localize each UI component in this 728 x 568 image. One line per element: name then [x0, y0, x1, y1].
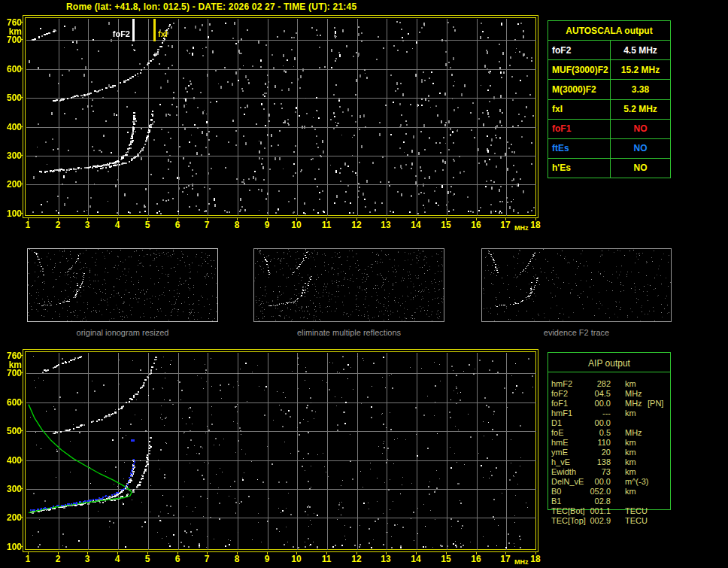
y-tick-label: 300 — [0, 484, 22, 494]
aip-param-label: foE — [551, 428, 564, 438]
x-axis-tick — [58, 218, 59, 220]
autoscala-param-value: NO — [611, 163, 670, 173]
aip-param-label: D1 — [551, 418, 562, 428]
y-tick-label: 100 — [0, 542, 22, 552]
bottom-ionogram-plot — [23, 349, 538, 552]
x-tick-label: 16 — [465, 554, 487, 564]
aip-param-value: 20 — [576, 448, 611, 457]
x-tick-label: 3 — [76, 554, 99, 564]
x-tick-label: 17 — [494, 220, 517, 230]
x-axis-tick — [505, 218, 506, 220]
y-axis-tick — [20, 155, 23, 156]
y-axis-tick — [20, 430, 23, 431]
x-axis-tick — [267, 218, 268, 220]
x-axis-tick — [237, 552, 238, 554]
x-axis-tick — [87, 218, 88, 220]
x-tick-label: 7 — [196, 220, 218, 230]
autoscala-row-fof2: foF24.5 MHz — [548, 41, 670, 60]
x-tick-label: 6 — [166, 220, 189, 230]
y-axis-tick — [20, 402, 23, 402]
aip-table-header: AIP output — [548, 358, 671, 369]
x-tick-label: 3 — [76, 220, 99, 230]
x-tick-label: 14 — [405, 554, 427, 564]
y-tick-label: 500 — [0, 93, 22, 103]
y-axis-tick — [20, 488, 23, 489]
autoscala-param-label: foF2 — [548, 41, 611, 59]
panel-evidence-f2 — [481, 248, 672, 322]
aip-param-unit: TECU — [625, 516, 648, 526]
autoscala-param-label: fxI — [548, 100, 611, 119]
x-axis-tick — [177, 552, 178, 554]
x-tick-label: 11 — [315, 220, 338, 230]
aip-param-label: ymE — [551, 448, 568, 457]
autoscala-param-value: NO — [611, 123, 670, 134]
panel-caption-evidence: evidence F2 trace — [481, 328, 672, 337]
x-axis-tick — [117, 552, 118, 554]
aip-row-b0: B0052.0km — [548, 487, 671, 497]
x-tick-label: 12 — [345, 554, 368, 564]
x-tick-label: 8 — [226, 554, 248, 564]
x-tick-label: 13 — [375, 554, 397, 564]
aip-param-value: 0.5 — [576, 428, 611, 438]
x-axis-tick — [207, 218, 208, 220]
x-axis-tick — [28, 218, 29, 220]
x-tick-label: 7 — [196, 554, 218, 564]
foF2-marker-label: foF2 — [110, 29, 130, 38]
x-axis-tick — [476, 552, 477, 554]
panel-evidence-canvas — [482, 249, 671, 321]
aip-row-delnve: DelN_vE00.0m^(-3) — [548, 477, 671, 487]
x-tick-label: 10 — [285, 220, 308, 230]
x-axis-tick — [416, 552, 417, 554]
aip-row-ewidth: Ewidth73km — [548, 467, 671, 477]
aip-param-unit: km — [625, 457, 636, 467]
x-axis-tick — [28, 552, 29, 554]
aip-param-value: --- — [576, 409, 611, 418]
panel-eliminate-canvas — [254, 249, 444, 321]
x-axis-tick — [326, 552, 327, 554]
aip-param-unit: km — [625, 379, 636, 389]
x-axis-tick — [356, 218, 357, 220]
aip-param-unit: MHz — [625, 389, 642, 399]
aip-row-yme: ymE20km — [548, 448, 671, 457]
aip-row-hme: hmE110km — [548, 438, 671, 448]
x-axis-tick — [237, 218, 238, 220]
aip-param-label: B0 — [551, 487, 561, 497]
y-axis-tick — [20, 22, 23, 23]
aip-param-unit: m^(-3) — [625, 477, 648, 487]
y-tick-label: 400 — [0, 455, 22, 466]
aip-param-label: hmF1 — [551, 409, 572, 418]
x-axis-tick — [505, 552, 506, 554]
aip-param-label: foF1 — [551, 399, 568, 409]
aip-row-hmf2: hmF2282km — [548, 379, 671, 389]
y-axis-tick — [20, 372, 23, 373]
aip-param-value: 001.1 — [576, 506, 611, 516]
y-axis-tick — [20, 213, 23, 214]
aip-row-tectop: TEC[Top]002.9TECU — [548, 516, 671, 526]
panel-caption-eliminate: eliminate multiple reflections — [253, 328, 444, 337]
aip-row-fof2: foF204.5MHz — [548, 389, 671, 399]
aip-row-hve: h_vE138km — [548, 457, 671, 467]
x-axis-tick — [326, 218, 327, 220]
x-tick-label: 9 — [256, 554, 278, 564]
x-axis-tick — [267, 552, 268, 554]
x-tick-label: 1 — [17, 554, 39, 564]
y-tick-label: 600 — [0, 397, 22, 408]
autoscala-param-label: h'Es — [548, 159, 611, 178]
autoscala-row-muf3000f2: MUF(3000)F215.2 MHz — [548, 60, 670, 80]
aip-row-d1: D100.0 — [548, 418, 671, 428]
x-tick-label: 17 — [494, 554, 517, 564]
aip-param-unit: km — [625, 438, 636, 448]
autoscala-param-value: NO — [611, 143, 670, 153]
aip-param-unit: km — [625, 448, 636, 457]
y-axis-tick — [20, 517, 23, 518]
autoscala-table-header: AUTOSCALA output — [548, 26, 670, 36]
top-ionogram-plot: foF2 fxI — [23, 15, 538, 218]
panel-original-ionogram — [27, 248, 218, 322]
x-axis-unit-label: MHz — [514, 558, 529, 566]
autoscala-row-fxi: fxI5.2 MHz — [548, 100, 670, 120]
x-tick-label: 5 — [136, 220, 159, 230]
aip-param-label: foF2 — [551, 389, 568, 399]
x-axis-tick — [386, 552, 387, 554]
x-tick-label: 11 — [315, 554, 338, 564]
station-title: Rome (lat: +41.8, lon: 012.5) - DATE: 20… — [66, 2, 356, 12]
